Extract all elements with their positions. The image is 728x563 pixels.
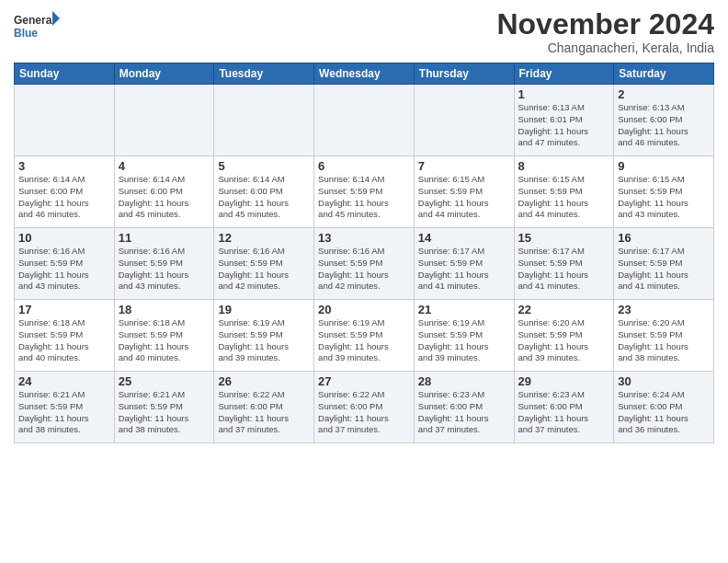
- header-monday: Monday: [114, 63, 214, 85]
- calendar-cell: 29Sunrise: 6:23 AM Sunset: 6:00 PM Dayli…: [514, 372, 614, 443]
- calendar-row: 1Sunrise: 6:13 AM Sunset: 6:01 PM Daylig…: [15, 85, 714, 156]
- day-number: 25: [119, 374, 210, 388]
- calendar-cell: 28Sunrise: 6:23 AM Sunset: 6:00 PM Dayli…: [414, 372, 514, 443]
- day-number: 7: [418, 159, 510, 173]
- day-info: Sunrise: 6:17 AM Sunset: 5:59 PM Dayligh…: [418, 246, 510, 293]
- day-number: 17: [18, 303, 110, 316]
- logo: General Blue: [14, 9, 60, 44]
- calendar-row: 24Sunrise: 6:21 AM Sunset: 5:59 PM Dayli…: [15, 372, 714, 443]
- day-info: Sunrise: 6:20 AM Sunset: 5:59 PM Dayligh…: [518, 317, 610, 364]
- day-number: 21: [418, 303, 510, 316]
- day-number: 18: [119, 303, 210, 316]
- header-thursday: Thursday: [414, 63, 514, 85]
- calendar-cell: 14Sunrise: 6:17 AM Sunset: 5:59 PM Dayli…: [414, 228, 514, 300]
- svg-text:General: General: [14, 14, 55, 27]
- day-info: Sunrise: 6:18 AM Sunset: 5:59 PM Dayligh…: [18, 317, 110, 364]
- calendar-row: 17Sunrise: 6:18 AM Sunset: 5:59 PM Dayli…: [15, 300, 714, 372]
- day-number: 20: [318, 303, 410, 316]
- calendar-cell: 7Sunrise: 6:15 AM Sunset: 5:59 PM Daylig…: [414, 156, 514, 228]
- header-sunday: Sunday: [15, 63, 115, 85]
- calendar-cell: 8Sunrise: 6:15 AM Sunset: 5:59 PM Daylig…: [514, 156, 614, 228]
- day-number: 24: [18, 374, 110, 388]
- day-number: 14: [418, 231, 510, 245]
- logo-icon: General Blue: [14, 9, 60, 44]
- calendar-cell: [414, 85, 514, 156]
- header-saturday: Saturday: [614, 63, 714, 85]
- day-info: Sunrise: 6:14 AM Sunset: 6:00 PM Dayligh…: [218, 174, 310, 221]
- day-info: Sunrise: 6:18 AM Sunset: 5:59 PM Dayligh…: [119, 317, 210, 364]
- calendar-cell: 1Sunrise: 6:13 AM Sunset: 6:01 PM Daylig…: [514, 85, 614, 156]
- calendar-cell: 22Sunrise: 6:20 AM Sunset: 5:59 PM Dayli…: [514, 300, 614, 372]
- header-tuesday: Tuesday: [214, 63, 314, 85]
- calendar-cell: 12Sunrise: 6:16 AM Sunset: 5:59 PM Dayli…: [214, 228, 314, 300]
- svg-text:Blue: Blue: [14, 27, 38, 40]
- calendar-cell: 2Sunrise: 6:13 AM Sunset: 6:00 PM Daylig…: [614, 85, 714, 156]
- day-number: 29: [518, 374, 610, 388]
- day-number: 27: [318, 374, 410, 388]
- day-number: 10: [18, 231, 110, 245]
- calendar-cell: 16Sunrise: 6:17 AM Sunset: 5:59 PM Dayli…: [614, 228, 714, 300]
- day-number: 13: [318, 231, 410, 245]
- day-info: Sunrise: 6:19 AM Sunset: 5:59 PM Dayligh…: [318, 317, 410, 364]
- month-title: November 2024: [496, 9, 714, 39]
- day-info: Sunrise: 6:21 AM Sunset: 5:59 PM Dayligh…: [18, 389, 110, 436]
- day-info: Sunrise: 6:14 AM Sunset: 6:00 PM Dayligh…: [119, 174, 210, 221]
- calendar-cell: 10Sunrise: 6:16 AM Sunset: 5:59 PM Dayli…: [15, 228, 115, 300]
- svg-marker-1: [52, 11, 60, 26]
- day-info: Sunrise: 6:16 AM Sunset: 5:59 PM Dayligh…: [218, 246, 310, 293]
- day-info: Sunrise: 6:13 AM Sunset: 6:01 PM Dayligh…: [518, 102, 610, 149]
- day-number: 4: [119, 159, 210, 173]
- calendar-cell: 18Sunrise: 6:18 AM Sunset: 5:59 PM Dayli…: [114, 300, 214, 372]
- header-wednesday: Wednesday: [314, 63, 415, 85]
- header-friday: Friday: [514, 63, 614, 85]
- calendar-cell: 3Sunrise: 6:14 AM Sunset: 6:00 PM Daylig…: [15, 156, 115, 228]
- day-info: Sunrise: 6:15 AM Sunset: 5:59 PM Dayligh…: [418, 174, 510, 221]
- calendar-cell: 21Sunrise: 6:19 AM Sunset: 5:59 PM Dayli…: [414, 300, 514, 372]
- calendar-cell: 9Sunrise: 6:15 AM Sunset: 5:59 PM Daylig…: [614, 156, 714, 228]
- day-info: Sunrise: 6:16 AM Sunset: 5:59 PM Dayligh…: [119, 246, 210, 293]
- calendar-row: 10Sunrise: 6:16 AM Sunset: 5:59 PM Dayli…: [15, 228, 714, 300]
- calendar-cell: 23Sunrise: 6:20 AM Sunset: 5:59 PM Dayli…: [614, 300, 714, 372]
- calendar-header: Sunday Monday Tuesday Wednesday Thursday…: [15, 63, 714, 85]
- day-info: Sunrise: 6:15 AM Sunset: 5:59 PM Dayligh…: [618, 174, 710, 221]
- day-info: Sunrise: 6:22 AM Sunset: 6:00 PM Dayligh…: [218, 389, 310, 436]
- day-number: 1: [518, 87, 610, 101]
- day-number: 5: [218, 159, 310, 173]
- day-info: Sunrise: 6:19 AM Sunset: 5:59 PM Dayligh…: [418, 317, 510, 364]
- calendar-cell: [314, 85, 415, 156]
- day-info: Sunrise: 6:16 AM Sunset: 5:59 PM Dayligh…: [318, 246, 410, 293]
- calendar-row: 3Sunrise: 6:14 AM Sunset: 6:00 PM Daylig…: [15, 156, 714, 228]
- day-info: Sunrise: 6:13 AM Sunset: 6:00 PM Dayligh…: [618, 102, 710, 149]
- calendar-cell: 30Sunrise: 6:24 AM Sunset: 6:00 PM Dayli…: [614, 372, 714, 443]
- day-info: Sunrise: 6:20 AM Sunset: 5:59 PM Dayligh…: [618, 317, 710, 364]
- day-number: 3: [18, 159, 110, 173]
- header: General Blue November 2024 Changanacheri…: [14, 9, 714, 55]
- day-number: 15: [518, 231, 610, 245]
- calendar-cell: 13Sunrise: 6:16 AM Sunset: 5:59 PM Dayli…: [314, 228, 415, 300]
- day-info: Sunrise: 6:23 AM Sunset: 6:00 PM Dayligh…: [418, 389, 510, 436]
- day-info: Sunrise: 6:24 AM Sunset: 6:00 PM Dayligh…: [618, 389, 710, 436]
- day-number: 16: [618, 231, 710, 245]
- day-number: 26: [218, 374, 310, 388]
- page: General Blue November 2024 Changanacheri…: [0, 0, 728, 563]
- calendar-cell: 15Sunrise: 6:17 AM Sunset: 5:59 PM Dayli…: [514, 228, 614, 300]
- calendar-cell: 11Sunrise: 6:16 AM Sunset: 5:59 PM Dayli…: [114, 228, 214, 300]
- day-number: 2: [618, 87, 710, 101]
- calendar-cell: 6Sunrise: 6:14 AM Sunset: 5:59 PM Daylig…: [314, 156, 415, 228]
- calendar-cell: 5Sunrise: 6:14 AM Sunset: 6:00 PM Daylig…: [214, 156, 314, 228]
- day-number: 6: [318, 159, 410, 173]
- day-info: Sunrise: 6:21 AM Sunset: 5:59 PM Dayligh…: [119, 389, 210, 436]
- day-info: Sunrise: 6:19 AM Sunset: 5:59 PM Dayligh…: [218, 317, 310, 364]
- day-info: Sunrise: 6:22 AM Sunset: 6:00 PM Dayligh…: [318, 389, 410, 436]
- calendar-cell: 25Sunrise: 6:21 AM Sunset: 5:59 PM Dayli…: [114, 372, 214, 443]
- day-number: 9: [618, 159, 710, 173]
- calendar-cell: 19Sunrise: 6:19 AM Sunset: 5:59 PM Dayli…: [214, 300, 314, 372]
- calendar-cell: [114, 85, 214, 156]
- calendar-cell: 27Sunrise: 6:22 AM Sunset: 6:00 PM Dayli…: [314, 372, 415, 443]
- day-number: 28: [418, 374, 510, 388]
- day-info: Sunrise: 6:23 AM Sunset: 6:00 PM Dayligh…: [518, 389, 610, 436]
- calendar-cell: 17Sunrise: 6:18 AM Sunset: 5:59 PM Dayli…: [15, 300, 115, 372]
- day-number: 8: [518, 159, 610, 173]
- calendar-cell: [15, 85, 115, 156]
- calendar-cell: 24Sunrise: 6:21 AM Sunset: 5:59 PM Dayli…: [15, 372, 115, 443]
